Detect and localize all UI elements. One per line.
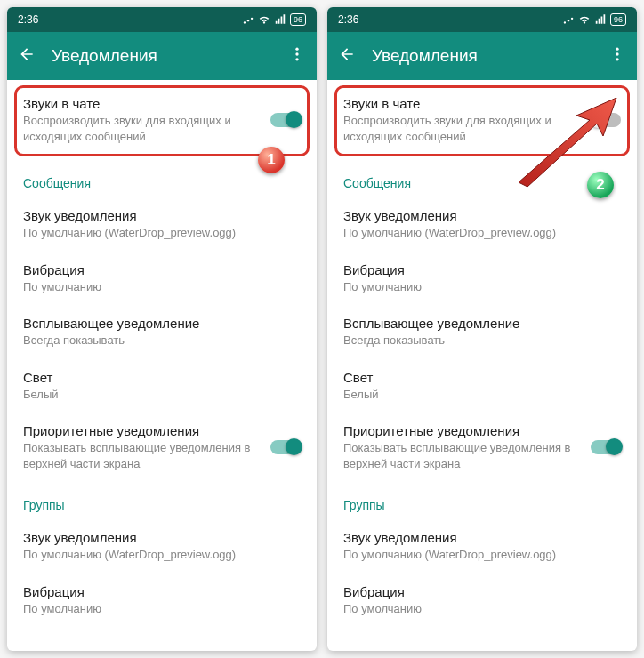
status-time: 2:36 [18, 13, 38, 26]
svg-point-5 [295, 58, 298, 60]
cell-signal-icon [274, 13, 286, 26]
app-bar: Уведомления [327, 32, 637, 80]
svg-point-6 [564, 21, 566, 23]
priority-row[interactable]: Приоритетные уведомления Показывать вспл… [7, 413, 317, 482]
svg-point-0 [244, 21, 246, 23]
back-arrow-icon [338, 45, 356, 63]
section-header-messages: Сообщения [327, 160, 637, 197]
group-vibration-row[interactable]: Вибрация По умолчанию [7, 574, 317, 628]
battery-indicator: 96 [610, 13, 626, 26]
status-icons: 96 [242, 13, 306, 26]
popup-row[interactable]: Всплывающее уведомление Всегда показыват… [327, 305, 637, 359]
light-row[interactable]: Свет Белый [327, 359, 637, 413]
overflow-menu-button[interactable] [288, 45, 306, 67]
phone-screenshot-left: 2:36 96 Уведомления Звуки в чате Воспрои… [7, 7, 317, 651]
chat-sounds-toggle[interactable] [591, 113, 621, 127]
priority-row[interactable]: Приоритетные уведомления Показывать вспл… [327, 413, 637, 482]
svg-point-9 [616, 48, 618, 51]
svg-point-4 [295, 52, 298, 55]
status-time: 2:36 [338, 13, 358, 26]
group-vibration-row[interactable]: Вибрация По умолчанию [327, 574, 637, 628]
light-row[interactable]: Свет Белый [7, 359, 317, 413]
phone-screenshot-right: 2:36 96 Уведомления Звуки в чате Воспрои… [327, 7, 637, 651]
status-icons: 96 [562, 13, 626, 26]
back-arrow-icon [18, 45, 36, 63]
overflow-menu-button[interactable] [608, 45, 626, 67]
group-sound-row[interactable]: Звук уведомления По умолчанию (WaterDrop… [327, 519, 637, 574]
chat-sounds-toggle[interactable] [270, 113, 301, 127]
priority-toggle[interactable] [591, 440, 621, 454]
section-header-groups: Группы [327, 482, 637, 519]
chat-sounds-desc: Воспроизводить звуки для входящих и исхо… [23, 113, 260, 144]
section-header-messages: Сообщения [7, 160, 317, 197]
app-bar: Уведомления [7, 32, 317, 80]
svg-point-7 [568, 20, 569, 21]
svg-point-3 [295, 48, 298, 51]
svg-point-8 [571, 18, 573, 20]
popup-row[interactable]: Всплывающее уведомление Всегда показыват… [7, 305, 317, 359]
more-vert-icon [608, 45, 626, 63]
chat-sounds-row[interactable]: Звуки в чате Воспроизводить звуки для вх… [327, 80, 637, 160]
group-sound-row[interactable]: Звук уведомления По умолчанию (WaterDrop… [7, 519, 317, 574]
page-title: Уведомления [372, 46, 592, 66]
svg-point-1 [247, 20, 249, 21]
signal-dots-icon [242, 13, 254, 26]
vibration-row[interactable]: Вибрация По умолчанию [327, 252, 637, 306]
wifi-icon [578, 13, 591, 26]
notification-sound-row[interactable]: Звук уведомления По умолчанию (WaterDrop… [7, 197, 317, 252]
chat-sounds-row[interactable]: Звуки в чате Воспроизводить звуки для вх… [7, 80, 317, 160]
svg-point-10 [616, 52, 618, 55]
chat-sounds-title: Звуки в чате [343, 96, 580, 111]
chat-sounds-desc: Воспроизводить звуки для входящих и исхо… [343, 113, 580, 144]
wifi-icon [258, 13, 270, 26]
battery-indicator: 96 [290, 13, 306, 26]
signal-dots-icon [562, 13, 575, 26]
vibration-row[interactable]: Вибрация По умолчанию [7, 252, 317, 306]
more-vert-icon [288, 45, 306, 63]
status-bar: 2:36 96 [7, 7, 317, 32]
svg-point-11 [616, 58, 618, 60]
status-bar: 2:36 96 [327, 7, 637, 32]
settings-list: Звуки в чате Воспроизводить звуки для вх… [327, 80, 637, 651]
back-button[interactable] [18, 45, 36, 67]
cell-signal-icon [594, 13, 607, 26]
page-title: Уведомления [52, 46, 272, 66]
settings-list: Звуки в чате Воспроизводить звуки для вх… [7, 80, 317, 651]
priority-toggle[interactable] [270, 440, 301, 454]
notification-sound-row[interactable]: Звук уведомления По умолчанию (WaterDrop… [327, 197, 637, 252]
back-button[interactable] [338, 45, 356, 67]
section-header-groups: Группы [7, 482, 317, 519]
chat-sounds-title: Звуки в чате [23, 96, 260, 111]
svg-point-2 [251, 18, 253, 20]
